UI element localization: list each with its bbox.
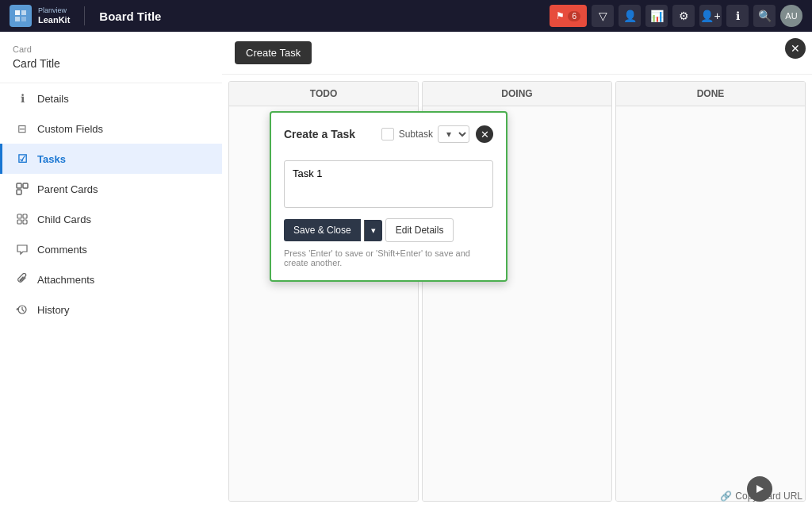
create-task-button[interactable]: Create Task xyxy=(235,41,312,64)
nav-tasks[interactable]: ☑ Tasks xyxy=(0,144,222,174)
dialog-actions: Save & Close ▾ Edit Details xyxy=(284,218,493,242)
search-icon[interactable]: 🔍 xyxy=(753,5,776,27)
svg-rect-6 xyxy=(17,190,21,194)
task-col-done: DONE xyxy=(615,81,806,502)
create-task-dialog: Create a Task Subtask ▾ ✕ Save & Close ▾ xyxy=(270,111,508,282)
subtask-dropdown[interactable]: ▾ xyxy=(438,125,469,143)
svg-rect-8 xyxy=(23,214,27,218)
nav-details[interactable]: ℹ Details xyxy=(0,83,222,114)
nav-comments[interactable]: Comments xyxy=(0,234,222,264)
avatar[interactable]: AU xyxy=(780,5,802,27)
topnav-icons: ⚑ 6 ▽ 👤 📊 ⚙ 👤+ ℹ 🔍 AU xyxy=(550,5,802,27)
users-icon[interactable]: 👤 xyxy=(619,5,641,27)
side-nav: ℹ Details ⊟ Custom Fields ☑ Tasks Parent… xyxy=(0,83,222,325)
main-panel: ✕ Create Task TODO DOING DONE Create a T… xyxy=(222,32,812,508)
person-plus-icon[interactable]: 👤+ xyxy=(699,5,722,27)
svg-rect-10 xyxy=(23,220,27,224)
details-icon: ℹ xyxy=(15,91,29,106)
save-close-button[interactable]: Save & Close xyxy=(284,219,361,241)
history-icon xyxy=(15,302,29,317)
nav-history-label: History xyxy=(37,304,69,316)
settings-icon[interactable]: ⚙ xyxy=(672,5,695,27)
nav-child-cards-label: Child Cards xyxy=(37,214,91,225)
edit-details-button[interactable]: Edit Details xyxy=(385,218,454,242)
logo-icon xyxy=(10,5,32,27)
side-panel-card-info: Card Card Title xyxy=(0,32,222,83)
nav-attachments-label: Attachments xyxy=(37,274,94,286)
card-label: Card xyxy=(13,44,209,54)
task-input[interactable] xyxy=(284,160,493,208)
todo-col-header: TODO xyxy=(229,82,418,106)
parent-cards-icon xyxy=(15,182,29,196)
nav-child-cards[interactable]: Child Cards xyxy=(0,204,222,234)
card-title: Card Title xyxy=(13,57,209,70)
main-panel-header: Create Task xyxy=(222,32,812,75)
subtask-row: Subtask ▾ xyxy=(381,125,469,143)
nav-custom-fields-label: Custom Fields xyxy=(37,123,103,135)
board-title: Board Title xyxy=(99,10,161,23)
nav-custom-fields[interactable]: ⊟ Custom Fields xyxy=(0,114,222,144)
dialog-hint: Press 'Enter' to save or 'Shift+Enter' t… xyxy=(284,248,493,267)
dialog-title: Create a Task xyxy=(284,128,355,140)
nav-parent-cards[interactable]: Parent Cards xyxy=(0,174,222,204)
dialog-close-button[interactable]: ✕ xyxy=(476,125,493,143)
svg-rect-4 xyxy=(17,183,21,188)
svg-rect-3 xyxy=(21,17,26,21)
logo-area: Planview LeanKit xyxy=(10,5,70,27)
nav-tasks-label: Tasks xyxy=(37,153,66,165)
play-button[interactable] xyxy=(747,476,772,502)
notifications-badge[interactable]: ⚑ 6 xyxy=(550,5,587,27)
badge-count: 6 xyxy=(568,11,580,21)
nav-parent-cards-label: Parent Cards xyxy=(37,183,98,195)
side-panel: Card Card Title ℹ Details ⊟ Custom Field… xyxy=(0,32,222,508)
filter-icon[interactable]: ▽ xyxy=(592,5,614,27)
done-col-body xyxy=(616,106,805,501)
divider xyxy=(84,6,85,25)
nav-attachments[interactable]: Attachments xyxy=(0,264,222,294)
dialog-header: Create a Task Subtask ▾ ✕ xyxy=(284,125,493,143)
svg-rect-1 xyxy=(21,10,26,15)
doing-col-header: DOING xyxy=(423,82,611,106)
chart-icon[interactable]: 📊 xyxy=(645,5,668,27)
board-area: — NOT STARTED - FUTURE WORK — DOING NOW … xyxy=(0,32,812,508)
close-panel-button[interactable]: ✕ xyxy=(785,38,806,59)
save-dropdown-button[interactable]: ▾ xyxy=(364,220,382,241)
badge-icon: ⚑ xyxy=(556,10,565,21)
nav-comments-label: Comments xyxy=(37,244,87,256)
nav-history[interactable]: History xyxy=(0,294,222,325)
attachments-icon xyxy=(15,272,29,287)
subtask-checkbox[interactable] xyxy=(381,128,394,140)
comments-icon xyxy=(15,242,29,256)
svg-rect-5 xyxy=(23,183,28,188)
topnav: Planview LeanKit Board Title ⚑ 6 ▽ 👤 📊 ⚙… xyxy=(0,0,812,32)
svg-rect-2 xyxy=(15,17,20,21)
info-icon[interactable]: ℹ xyxy=(726,5,749,27)
done-col-header: DONE xyxy=(616,82,805,106)
nav-details-label: Details xyxy=(37,93,69,105)
tasks-icon: ☑ xyxy=(15,152,29,166)
svg-rect-9 xyxy=(17,220,21,224)
svg-rect-7 xyxy=(17,214,21,218)
subtask-label: Subtask xyxy=(399,129,433,140)
link-icon: 🔗 xyxy=(720,491,732,502)
svg-rect-0 xyxy=(15,10,20,15)
custom-fields-icon: ⊟ xyxy=(15,121,29,136)
child-cards-icon xyxy=(15,212,29,226)
